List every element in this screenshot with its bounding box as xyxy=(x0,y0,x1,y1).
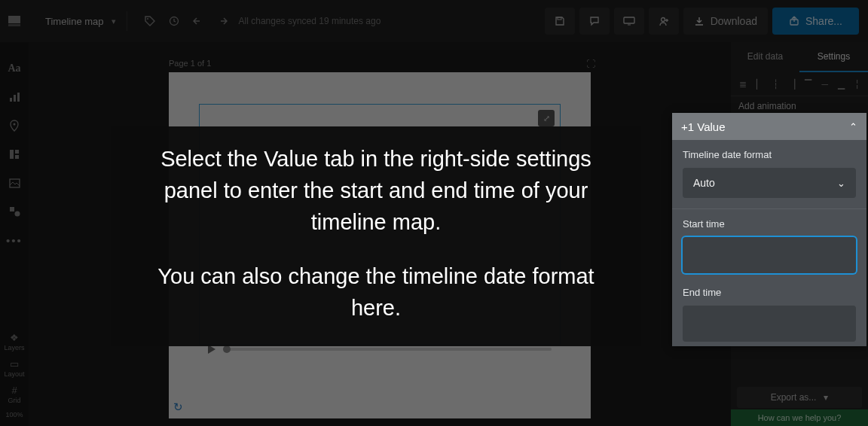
tip-paragraph-1: Select the Value tab in the right-side s… xyxy=(136,143,616,238)
popover-header[interactable]: +1 Value ⌃ xyxy=(672,113,866,140)
end-time-label: End time xyxy=(683,287,856,298)
start-time-input[interactable] xyxy=(683,237,856,273)
date-format-select[interactable]: Auto ⌄ xyxy=(683,168,856,198)
date-format-label: Timeline date format xyxy=(683,149,856,160)
tip-paragraph-2: You can also change the timeline date fo… xyxy=(136,260,616,324)
popover-title: +1 Value xyxy=(681,120,726,133)
date-format-value: Auto xyxy=(693,177,715,189)
chevron-up-icon: ⌃ xyxy=(849,121,857,132)
end-time-input[interactable] xyxy=(683,306,856,342)
chevron-down-icon: ⌄ xyxy=(837,178,845,189)
instruction-tooltip: Select the Value tab in the right-side s… xyxy=(111,126,641,346)
value-settings-popover: +1 Value ⌃ Timeline date format Auto ⌄ S… xyxy=(672,113,866,346)
start-time-label: Start time xyxy=(683,218,856,230)
